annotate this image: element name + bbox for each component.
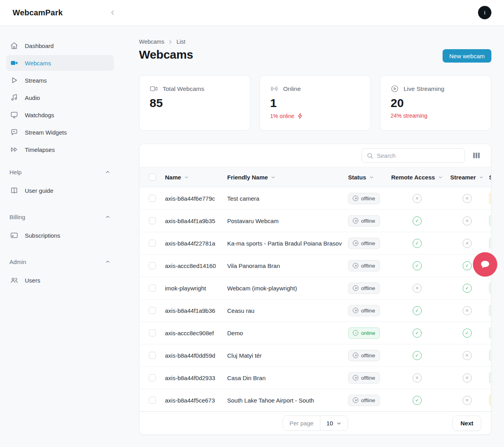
sidebar-item-user-guide[interactable]: User guide <box>6 183 114 198</box>
breadcrumb-webcams[interactable]: Webcams <box>139 39 164 45</box>
webcampark-app: WebcamPark I Dashboard Webcams Streams A… <box>0 0 504 447</box>
chevron-down-icon[interactable] <box>184 175 189 180</box>
breadcrumb-list[interactable]: List <box>176 39 185 45</box>
column-header-truncated: S <box>489 174 491 181</box>
table-row[interactable]: axis-b8a44f6e779c Test camera offline <box>139 187 491 210</box>
table-row[interactable]: axis-b8a44f1a9b35 Postavaru Webcam offli… <box>139 210 491 232</box>
table-row[interactable]: axis-b8a44f1a9b36 Ceasu rau offline <box>139 299 491 322</box>
sidebar-item-users[interactable]: Users <box>6 272 114 288</box>
remote-access-state-icon <box>413 239 422 248</box>
table-row[interactable]: axis-b8a44f0dd59d Cluj Matyi tér offline <box>139 344 491 367</box>
search-icon <box>367 152 373 159</box>
stat-card-total-webcams: Total Webcams 85 <box>139 75 250 131</box>
row-checkbox[interactable] <box>149 307 156 314</box>
per-page-control: Per page 10 <box>282 416 348 431</box>
per-page-label: Per page <box>283 416 321 430</box>
row-checkbox[interactable] <box>149 217 156 224</box>
sidebar-item-label: Users <box>25 277 40 284</box>
stat-card-online: Online 1 1% online <box>259 75 371 131</box>
truncated-badge <box>489 305 491 316</box>
sidebar-item-timelapses[interactable]: Timelapses <box>6 142 114 157</box>
user-avatar[interactable]: I <box>478 6 491 19</box>
table-row[interactable]: axis-accc8ed14160 Vila Panorama Bran off… <box>139 255 491 277</box>
breadcrumb: Webcams List <box>139 39 185 45</box>
status-badge: offline <box>348 350 380 361</box>
row-checkbox[interactable] <box>149 284 156 292</box>
row-checkbox[interactable] <box>149 329 156 336</box>
remote-access-state-icon <box>413 284 422 293</box>
table-row[interactable]: axis-b8a44f0d2933 Casa Din Bran offline <box>139 367 491 389</box>
table-row[interactable]: axis-accc8ec908ef Demo online <box>139 322 491 344</box>
webcam-friendly-name: Cluj Matyi tér <box>227 352 348 359</box>
remote-access-state-icon <box>413 329 422 338</box>
chevron-down-icon <box>336 421 342 426</box>
sidebar-item-label: Dashboard <box>25 42 54 49</box>
status-badge: offline <box>348 238 380 249</box>
column-header-friendly-name: Friendly Name <box>227 174 268 181</box>
chevron-up-icon[interactable] <box>105 214 111 220</box>
per-page-select[interactable]: 10 <box>321 420 348 427</box>
webcam-friendly-name: Vila Panorama Bran <box>227 262 348 269</box>
sidebar-item-watchdogs[interactable]: Watchdogs <box>6 107 114 123</box>
row-checkbox[interactable] <box>149 240 156 247</box>
webcam-icon <box>10 59 18 67</box>
remote-access-state-icon <box>413 306 422 315</box>
table-row[interactable]: axis-b8a44f22781a Ka-ma sports - Partia … <box>139 232 491 255</box>
chevron-down-icon[interactable] <box>271 175 276 180</box>
truncated-badge <box>489 350 491 361</box>
chat-launcher-button[interactable] <box>473 252 497 277</box>
avatar-initial: I <box>484 10 485 16</box>
sidebar-item-webcams[interactable]: Webcams <box>6 55 114 71</box>
stat-label: Total Webcams <box>163 85 204 92</box>
column-header-status: Status <box>348 174 366 181</box>
stat-card-live-streaming: Live Streaming 20 24% streaming <box>380 75 491 131</box>
table-row[interactable]: axis-b8a44f5ce673 South Lake Tahoe Airpo… <box>139 389 491 412</box>
webcam-name: imok-playwright <box>165 285 227 292</box>
sidebar-item-streams[interactable]: Streams <box>6 72 114 88</box>
streamer-state-icon <box>463 396 472 405</box>
book-icon <box>10 187 18 194</box>
row-checkbox[interactable] <box>149 195 156 202</box>
chevron-up-icon[interactable] <box>105 169 111 175</box>
new-webcam-button[interactable]: New webcam <box>443 49 491 63</box>
streamer-state-icon <box>463 216 472 225</box>
sidebar-collapse-button[interactable] <box>109 9 117 17</box>
sidebar-section-help: Help <box>9 168 111 176</box>
next-page-button[interactable]: Next <box>452 416 481 431</box>
table-row[interactable]: imok-playwright Webcam (imok-playwright)… <box>139 277 491 299</box>
chevron-down-icon[interactable] <box>438 175 443 180</box>
sidebar-item-dashboard[interactable]: Dashboard <box>6 38 114 54</box>
credit-card-icon <box>10 231 18 239</box>
sidebar-item-subscriptions[interactable]: Subscriptions <box>6 227 114 243</box>
chevron-down-icon[interactable] <box>369 175 374 180</box>
video-camera-icon <box>150 85 158 93</box>
webcam-name: axis-accc8ec908ef <box>165 330 227 336</box>
home-icon <box>10 42 18 50</box>
webcam-name: axis-b8a44f0d2933 <box>165 375 227 381</box>
row-checkbox[interactable] <box>149 374 156 381</box>
chevron-down-icon[interactable] <box>479 175 484 180</box>
truncated-badge <box>489 395 491 406</box>
webcam-name: axis-b8a44f1a9b35 <box>165 218 227 224</box>
webcam-friendly-name: Demo <box>227 330 348 336</box>
search-input[interactable] <box>377 152 460 159</box>
select-all-checkbox[interactable] <box>149 174 156 181</box>
remote-access-state-icon <box>413 194 422 203</box>
row-checkbox[interactable] <box>149 262 156 269</box>
truncated-badge <box>489 327 491 338</box>
webcam-friendly-name: Casa Din Bran <box>227 375 348 381</box>
columns-icon[interactable] <box>472 151 481 160</box>
row-checkbox[interactable] <box>149 352 156 359</box>
sidebar: Dashboard Webcams Streams Audio Watchdog… <box>0 26 120 447</box>
section-title: Help <box>9 169 22 175</box>
sidebar-item-label: Timelapses <box>25 146 55 153</box>
sidebar-item-audio[interactable]: Audio <box>6 90 114 105</box>
chevron-up-icon[interactable] <box>105 259 111 265</box>
stat-value: 20 <box>391 96 481 110</box>
row-checkbox[interactable] <box>149 397 156 404</box>
webcam-name: axis-b8a44f1a9b36 <box>165 307 227 314</box>
sidebar-item-stream-widgets[interactable]: Stream Widgets <box>6 124 114 140</box>
status-badge: offline <box>348 372 380 384</box>
top-bar: WebcamPark I <box>0 0 504 26</box>
sidebar-item-label: Subscriptions <box>25 232 60 239</box>
